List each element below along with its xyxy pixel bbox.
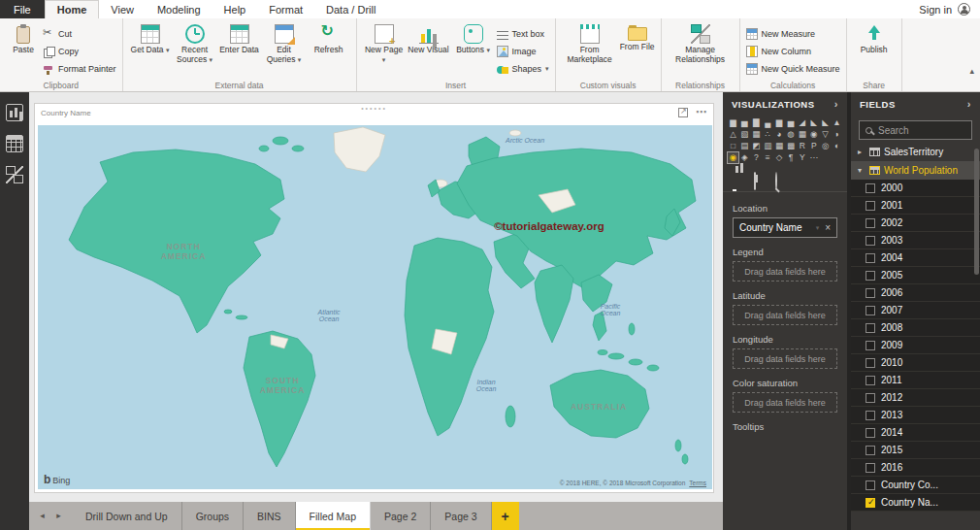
table-item-salesterritory[interactable]: ▸SalesTerritory bbox=[851, 143, 980, 161]
treemap-icon[interactable]: ▦ bbox=[797, 129, 807, 140]
table-icon[interactable]: ▦ bbox=[774, 141, 785, 151]
new-page-tab-button[interactable]: + bbox=[492, 502, 519, 530]
checkbox-checked[interactable] bbox=[866, 498, 875, 508]
new-quick-measure-button[interactable]: New Quick Measure bbox=[746, 61, 840, 76]
previous-page-arrow-icon[interactable]: ◂ bbox=[35, 509, 49, 523]
stacked-area-chart-icon[interactable]: ◣ bbox=[820, 117, 831, 128]
new-measure-button[interactable]: New Measure bbox=[746, 26, 840, 41]
checkbox[interactable] bbox=[866, 183, 875, 193]
refresh-button[interactable]: Refresh bbox=[308, 21, 350, 78]
q-and-a-icon[interactable]: ? bbox=[751, 152, 762, 163]
scatter-chart-icon[interactable]: ∴ bbox=[763, 129, 773, 140]
more-options-icon[interactable]: ⋯ bbox=[808, 152, 819, 163]
filled-map-icon[interactable]: ◉ bbox=[728, 152, 738, 163]
field-item-2010[interactable]: 2010 bbox=[851, 354, 980, 372]
page-tab-bins[interactable]: BINS bbox=[244, 502, 296, 530]
more-options-icon[interactable]: ⋯ bbox=[696, 106, 707, 118]
waterfall-chart-icon[interactable]: ▦ bbox=[751, 129, 762, 140]
checkbox[interactable] bbox=[866, 428, 875, 438]
paginated-report-icon[interactable]: ≡ bbox=[763, 152, 773, 163]
checkbox[interactable] bbox=[866, 358, 875, 368]
checkbox[interactable] bbox=[866, 201, 875, 211]
data-view-button[interactable] bbox=[6, 135, 23, 152]
field-item-2002[interactable]: 2002 bbox=[851, 215, 980, 232]
table-item-world-population[interactable]: ▾World Population bbox=[851, 161, 980, 180]
page-tab-page-2[interactable]: Page 2 bbox=[371, 502, 431, 530]
line-and-stacked-column-chart-icon[interactable]: △ bbox=[728, 129, 738, 140]
field-item-2005[interactable]: 2005 bbox=[851, 267, 980, 284]
checkbox[interactable] bbox=[866, 393, 875, 403]
cut-button[interactable]: Cut bbox=[43, 26, 116, 41]
pie-chart-icon[interactable]: ◕ bbox=[774, 129, 785, 140]
shapes-button[interactable]: Shapes ▾ bbox=[497, 61, 549, 76]
field-item-2015[interactable]: 2015 bbox=[851, 442, 980, 459]
stacked-bar-chart-icon[interactable]: ▆ bbox=[728, 117, 738, 128]
shape-map-icon[interactable]: ◈ bbox=[739, 152, 750, 163]
copy-button[interactable]: Copy bbox=[43, 44, 116, 58]
arcgis-map-icon[interactable]: ◎ bbox=[820, 141, 831, 151]
ribbon-tab-home[interactable]: Home bbox=[45, 0, 100, 18]
decomposition-tree-icon[interactable]: Y bbox=[797, 152, 807, 163]
enter-data-button[interactable]: Enter Data bbox=[218, 21, 261, 78]
page-tab-drill-down-and-up[interactable]: Drill Down and Up bbox=[72, 502, 182, 530]
gauge-icon[interactable]: ◗ bbox=[832, 129, 842, 140]
field-item-2016[interactable]: 2016 bbox=[851, 459, 980, 477]
checkbox[interactable] bbox=[866, 376, 875, 385]
new-column-button[interactable]: New Column bbox=[746, 44, 840, 58]
field-item-2014[interactable]: 2014 bbox=[851, 424, 980, 442]
collapse-arrow-icon[interactable]: ▾ bbox=[858, 166, 866, 175]
slicer-icon[interactable]: ▥ bbox=[763, 141, 773, 151]
map-area[interactable]: Arctic OceanNORTH AMERICAAtlantic OceanS… bbox=[38, 125, 712, 489]
ribbon-tab-modeling[interactable]: Modeling bbox=[146, 0, 212, 18]
chevron-down-icon[interactable]: ▾ bbox=[816, 224, 820, 232]
line-chart-icon[interactable]: ◢ bbox=[797, 117, 807, 128]
checkbox[interactable] bbox=[866, 306, 875, 315]
stacked-column-chart-icon[interactable]: ▅ bbox=[739, 117, 750, 128]
matrix-icon[interactable]: ▩ bbox=[785, 141, 796, 151]
line-and-clustered-column-chart-icon[interactable]: ▲ bbox=[832, 117, 842, 128]
field-item-2007[interactable]: 2007 bbox=[851, 302, 980, 319]
field-item-2003[interactable]: 2003 bbox=[851, 232, 980, 249]
ribbon-tab-file[interactable]: File bbox=[0, 0, 45, 18]
checkbox[interactable] bbox=[866, 253, 875, 263]
ribbon-tab-data-drill[interactable]: Data / Drill bbox=[314, 0, 387, 18]
buttons-button[interactable]: Buttons ▾ bbox=[452, 21, 495, 78]
key-influencers-icon[interactable]: ◐ bbox=[832, 141, 842, 151]
field-item-2009[interactable]: 2009 bbox=[851, 337, 980, 354]
checkbox[interactable] bbox=[866, 236, 875, 246]
analytics-pane-tab[interactable] bbox=[775, 173, 777, 191]
collapse-ribbon-button[interactable]: ▴ bbox=[969, 66, 974, 76]
page-tab-page-3[interactable]: Page 3 bbox=[431, 502, 491, 530]
field-item-2013[interactable]: 2013 bbox=[851, 407, 980, 424]
field-search-box[interactable] bbox=[859, 120, 972, 140]
color-saturation-dropzone[interactable]: Drag data fields here bbox=[733, 392, 837, 413]
page-tab-groups[interactable]: Groups bbox=[182, 502, 244, 530]
get-data-button[interactable]: Get Data ▾ bbox=[129, 21, 172, 78]
sign-in-area[interactable]: Sign in bbox=[919, 0, 980, 18]
card-icon[interactable]: □ bbox=[728, 141, 738, 151]
checkbox[interactable] bbox=[866, 218, 875, 228]
100-stacked-bar-chart-icon[interactable]: ▆ bbox=[774, 117, 785, 128]
location-field-pill[interactable]: Country Name▾× bbox=[733, 217, 837, 238]
latitude-dropzone[interactable]: Drag data fields here bbox=[733, 305, 837, 325]
clustered-bar-chart-icon[interactable]: ▇ bbox=[751, 117, 762, 128]
collapse-panel-icon[interactable]: › bbox=[834, 98, 838, 110]
clustered-column-chart-icon[interactable]: ▄ bbox=[763, 117, 773, 128]
model-view-button[interactable] bbox=[6, 166, 23, 183]
paste-button[interactable]: Paste bbox=[6, 21, 41, 78]
checkbox[interactable] bbox=[866, 446, 875, 455]
image-button[interactable]: Image bbox=[497, 44, 549, 58]
ribbon-tab-help[interactable]: Help bbox=[212, 0, 258, 18]
multi-row-card-icon[interactable]: ▤ bbox=[739, 141, 750, 151]
sign-in-label[interactable]: Sign in bbox=[919, 4, 952, 16]
search-input[interactable] bbox=[878, 125, 965, 136]
report-view-button[interactable] bbox=[6, 104, 23, 121]
checkbox[interactable] bbox=[866, 411, 875, 420]
page-tab-filled-map[interactable]: Filled Map bbox=[296, 502, 371, 530]
format-painter-button[interactable]: Format Painter bbox=[43, 61, 116, 76]
field-item-2008[interactable]: 2008 bbox=[851, 319, 980, 337]
fields-scrollbar[interactable] bbox=[974, 149, 979, 275]
terms-link[interactable]: Terms bbox=[689, 480, 706, 486]
filled-map-visual[interactable]: Country Name •••••• ⋯ bbox=[34, 103, 714, 493]
field-item-country-co[interactable]: Country Co... bbox=[851, 477, 980, 494]
